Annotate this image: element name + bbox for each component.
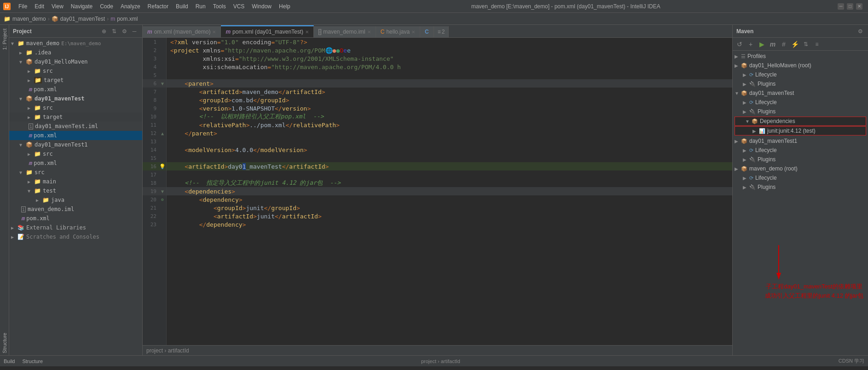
maven-run-btn[interactable]: ▶ bbox=[757, 39, 767, 49]
tab-pom-maven-demo[interactable]: m om.xml (maven_demo) ✕ bbox=[143, 26, 221, 37]
maven-settings-icon[interactable]: ⚙ bbox=[856, 27, 864, 35]
tab-close-1[interactable]: ✕ bbox=[212, 29, 216, 35]
maven-item-junit[interactable]: ▶ 📊 junit:junit:4.12 (test) bbox=[735, 126, 866, 135]
tree-item-target2[interactable]: ▶ 📁 target bbox=[9, 112, 142, 122]
code-line-10: <!-- 以相对路径引入父工程pop.xml --> bbox=[167, 112, 732, 121]
maven-item-dependencies[interactable]: ▼ 📦 Dependencies bbox=[735, 117, 866, 126]
tree-item-ext-libs[interactable]: ▶ 📚 External Libraries bbox=[9, 223, 142, 232]
folder-yellow-icon: 📁 bbox=[34, 77, 42, 83]
build-status[interactable]: Build bbox=[4, 358, 15, 364]
java-tab-icon: C bbox=[381, 29, 385, 35]
tree-item-iml2[interactable]: i maven_demo.iml bbox=[9, 205, 142, 214]
maven-label: Dependencies bbox=[760, 118, 795, 124]
maven-item-plugins2[interactable]: ▶ 🔌 Plugins bbox=[733, 107, 868, 116]
window-title: maven_demo [E:\maven_demo] - pom.xml (da… bbox=[294, 3, 838, 10]
menubar-item-tools[interactable]: Tools bbox=[209, 2, 230, 11]
menubar-item-run[interactable]: Run bbox=[192, 2, 209, 11]
menubar-item-edit[interactable]: Edit bbox=[31, 2, 48, 11]
module-maven-icon-3: 📦 bbox=[741, 138, 747, 144]
tree-item-hello-maven[interactable]: ▼ 📦 day01_HelloMaven bbox=[9, 57, 142, 66]
tab-close-4[interactable]: ✕ bbox=[411, 29, 415, 35]
maven-item-maven-demo[interactable]: ▶ 📦 maven_demo (root) bbox=[733, 164, 868, 173]
tree-item-iml1[interactable]: i day01_mavenTest.iml bbox=[9, 122, 142, 131]
sync-icon[interactable]: ⇅ bbox=[110, 27, 118, 35]
tree-item-target1[interactable]: ▶ 📁 target bbox=[9, 76, 142, 85]
tree-item-pom3[interactable]: m pom.xml bbox=[9, 159, 142, 168]
tab-c[interactable]: C bbox=[420, 26, 434, 37]
tab-hello-java[interactable]: C hello.java ✕ bbox=[376, 26, 420, 37]
xml-tab-icon: m bbox=[147, 29, 152, 35]
module-maven-icon: 📦 bbox=[741, 63, 747, 69]
maven-item-lifecycle4[interactable]: ▶ ⟳ Lifecycle bbox=[733, 173, 868, 182]
maven-item-lifecycle3[interactable]: ▶ ⟳ Lifecycle bbox=[733, 146, 868, 155]
structure-status[interactable]: Structure bbox=[22, 358, 43, 364]
maven-item-plugins4[interactable]: ▶ 🔌 Plugins bbox=[733, 182, 868, 192]
menubar-item-build[interactable]: Build bbox=[172, 2, 192, 11]
code-line-14: <modelVersion>4.0.0</modelVersion> bbox=[167, 146, 732, 154]
maven-item-lifecycle1[interactable]: ▶ ⟳ Lifecycle bbox=[733, 70, 868, 79]
maven-refresh-btn[interactable]: ↺ bbox=[735, 39, 745, 49]
breadcrumb-day01[interactable]: day01_mavenTest bbox=[60, 16, 105, 22]
menubar-item-window[interactable]: Window bbox=[248, 2, 275, 11]
maven-add-btn[interactable]: + bbox=[746, 39, 756, 49]
menubar-item-navigate[interactable]: Navigate bbox=[67, 2, 96, 11]
maven-label: Plugins bbox=[758, 108, 775, 115]
tree-item-scratches[interactable]: ▶ 📝 Scratches and Consoles bbox=[9, 232, 142, 241]
maven-bolt-btn[interactable]: ⚡ bbox=[790, 39, 800, 49]
tab-maven-iml[interactable]: i maven_demo.iml ✕ bbox=[314, 26, 376, 37]
menubar-item-vcs[interactable]: VCS bbox=[230, 2, 249, 11]
tree-item-maven-test[interactable]: ▼ 📦 day01_mavenTest bbox=[9, 94, 142, 103]
module-icon: 📦 bbox=[26, 59, 33, 65]
tree-item-pom1[interactable]: m pom.xml bbox=[9, 85, 142, 94]
tree-item-maven-demo[interactable]: ▼ 📁 maven_demo E:\maven_demo bbox=[9, 39, 142, 48]
tree-item-test[interactable]: ▼ 📁 test bbox=[9, 186, 142, 195]
maven-sort-btn[interactable]: ⇅ bbox=[801, 39, 811, 49]
tree-item-java[interactable]: ▶ 📁 java bbox=[9, 195, 142, 205]
breadcrumb-maven-demo[interactable]: maven_demo bbox=[12, 16, 46, 22]
tree-item-idea[interactable]: ▶ 📁 .idea bbox=[9, 48, 142, 57]
maven-item-maven-test1[interactable]: ▶ 📦 day01_mavenTest1 bbox=[733, 136, 868, 146]
tab-close-3[interactable]: ✕ bbox=[367, 29, 371, 35]
tree-item-src2[interactable]: ▶ 📁 src bbox=[9, 103, 142, 112]
lifecycle-icon-4: ⟳ bbox=[749, 175, 753, 181]
maximize-button[interactable]: □ bbox=[847, 3, 853, 10]
menubar-item-help[interactable]: Help bbox=[275, 2, 294, 11]
globe-icon[interactable]: ⊕ bbox=[100, 27, 108, 35]
tab-num[interactable]: ≡ 2 bbox=[434, 26, 449, 37]
structure-toggle[interactable]: Structure bbox=[1, 331, 8, 355]
minimize-button[interactable]: ─ bbox=[838, 3, 844, 10]
menubar-item-code[interactable]: Code bbox=[96, 2, 117, 11]
xml-file-icon: m bbox=[29, 132, 32, 139]
plugins-icon-2: 🔌 bbox=[749, 109, 756, 115]
code-line-22: <artifactId>junit</artifactId> bbox=[167, 212, 732, 220]
tree-item-src1[interactable]: ▶ 📁 src bbox=[9, 66, 142, 76]
settings-icon[interactable]: ⚙ bbox=[120, 27, 128, 35]
tree-item-maven-test1[interactable]: ▼ 📦 day01_mavenTest1 bbox=[9, 140, 142, 149]
menubar-item-file[interactable]: File bbox=[15, 2, 31, 11]
tree-item-src3[interactable]: ▶ 📁 src bbox=[9, 149, 142, 159]
maven-label: day01_mavenTest bbox=[749, 90, 794, 96]
minimize-panel-icon[interactable]: ─ bbox=[130, 27, 139, 35]
tab-pom-maven-test[interactable]: m pom.xml (day01_mavenTest) ✕ bbox=[221, 25, 314, 37]
maven-hash-btn[interactable]: # bbox=[779, 39, 789, 49]
tab-close-2[interactable]: ✕ bbox=[305, 29, 309, 35]
maven-item-maven-test[interactable]: ▼ 📦 day01_mavenTest bbox=[733, 88, 868, 98]
maven-item-plugins3[interactable]: ▶ 🔌 Plugins bbox=[733, 155, 868, 164]
tree-item-main[interactable]: ▶ 📁 main bbox=[9, 177, 142, 186]
maven-collapse-btn[interactable]: ≡ bbox=[812, 39, 822, 49]
maven-m-btn[interactable]: m bbox=[768, 39, 778, 49]
menubar-item-refactor[interactable]: Refactor bbox=[144, 2, 172, 11]
menubar-item-view[interactable]: View bbox=[48, 2, 67, 11]
maven-item-plugins1[interactable]: ▶ 🔌 Plugins bbox=[733, 79, 868, 88]
breadcrumb-pomxml[interactable]: pom.xml bbox=[117, 16, 138, 22]
tree-item-pom2[interactable]: m pom.xml bbox=[9, 131, 142, 140]
tree-item-src-root[interactable]: ▼ 📁 src bbox=[9, 168, 142, 177]
close-button[interactable]: ✕ bbox=[856, 3, 862, 10]
maven-item-lifecycle2[interactable]: ▶ ⟳ Lifecycle bbox=[733, 98, 868, 107]
project-panel-toggle[interactable]: 1: Project bbox=[1, 27, 8, 52]
tree-item-pom4[interactable]: m pom.xml bbox=[9, 214, 142, 223]
maven-item-hello-maven[interactable]: ▶ 📦 day01_HelloMaven (root) bbox=[733, 61, 868, 70]
tree-label: day01_mavenTest bbox=[35, 95, 84, 102]
menubar-item-analyze[interactable]: Analyze bbox=[117, 2, 144, 11]
maven-item-profiles[interactable]: ▶ ☰ Profiles bbox=[733, 52, 868, 61]
